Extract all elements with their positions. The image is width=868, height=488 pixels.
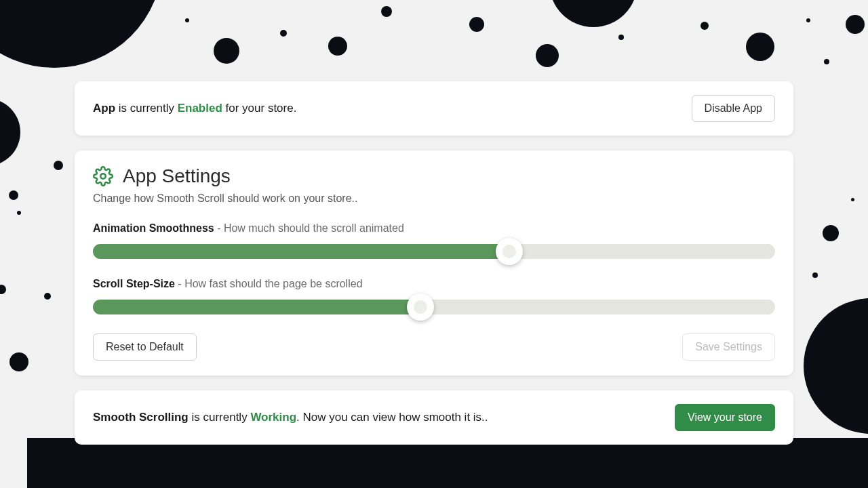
disable-app-button[interactable]: Disable App bbox=[692, 95, 775, 122]
app-status-text: App is currently Enabled for your store. bbox=[93, 102, 296, 115]
working-status-text: Smooth Scrolling is currently Working. N… bbox=[93, 411, 488, 424]
status-state: Enabled bbox=[178, 102, 222, 115]
slider1-thumb[interactable] bbox=[496, 238, 523, 265]
slider2-thumb[interactable] bbox=[407, 293, 434, 321]
working-prefix: Smooth Scrolling bbox=[93, 411, 189, 424]
view-your-store-button[interactable]: View your store bbox=[675, 404, 775, 431]
settings-subtitle: Change how Smooth Scroll should work on … bbox=[93, 192, 775, 205]
working-state: Working bbox=[250, 411, 296, 424]
slider1-fill bbox=[93, 244, 509, 259]
working-status-card: Smooth Scrolling is currently Working. N… bbox=[75, 390, 793, 445]
working-middle: is currently bbox=[189, 411, 251, 424]
animation-smoothness-slider[interactable] bbox=[93, 244, 775, 259]
app-settings-card: App Settings Change how Smooth Scroll sh… bbox=[75, 150, 793, 375]
reset-to-default-button[interactable]: Reset to Default bbox=[93, 333, 197, 361]
slider2-fill bbox=[93, 300, 420, 314]
gear-icon bbox=[93, 166, 113, 186]
status-middle: is currently bbox=[115, 102, 178, 115]
slider1-label: Animation Smoothness - How much should t… bbox=[93, 222, 775, 235]
status-suffix: for your store. bbox=[222, 102, 297, 115]
app-status-card: App is currently Enabled for your store.… bbox=[75, 81, 793, 136]
save-settings-button[interactable]: Save Settings bbox=[682, 333, 775, 361]
settings-title: App Settings bbox=[123, 165, 231, 187]
scroll-step-size-slider[interactable] bbox=[93, 300, 775, 314]
svg-point-0 bbox=[100, 174, 106, 179]
slider2-label: Scroll Step-Size - How fast should the p… bbox=[93, 278, 775, 290]
working-suffix: . Now you can view how smooth it is.. bbox=[296, 411, 488, 424]
status-prefix: App bbox=[93, 102, 115, 115]
